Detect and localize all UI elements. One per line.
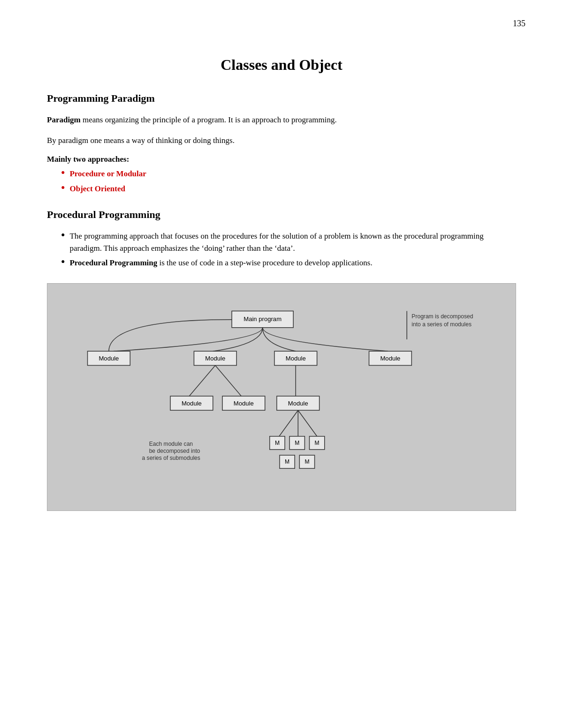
- approach-1-text: Procedure or Modular: [69, 168, 146, 180]
- diagram-svg: Main program Program is decomposed into …: [57, 298, 506, 495]
- line-sub3-to-m3: [298, 410, 317, 436]
- approach-item-1: Procedure or Modular: [61, 168, 516, 180]
- module-1-label: Module: [99, 354, 119, 361]
- line-sub3-to-m1: [279, 410, 298, 436]
- main-program-label: Main program: [243, 315, 282, 323]
- module-4-label: Module: [380, 354, 400, 361]
- paragraph-paradigm-def-rest: means organizing the principle of a prog…: [81, 115, 337, 124]
- procedural-bullet-1: The programming approach that focuses on…: [61, 230, 516, 254]
- m-box-4-label: M: [285, 458, 289, 465]
- line-mod2-to-submod1: [189, 365, 215, 396]
- module-2-label: Module: [205, 354, 225, 361]
- bold-paradigm: Paradigm: [47, 115, 81, 124]
- procedural-bullet-2-text: Procedural Programming is the use of cod…: [69, 257, 372, 269]
- m-box-5-label: M: [304, 458, 309, 465]
- paragraph-paradigm-def: Paradigm means organizing the principle …: [47, 114, 516, 126]
- annotation-bottom-2: be decomposed into: [149, 448, 200, 454]
- annotation-right-1: Program is decomposed: [411, 313, 473, 319]
- line-main-to-mod3: [263, 327, 296, 351]
- diagram-container: Main program Program is decomposed into …: [47, 283, 516, 511]
- approaches-list: Procedure or Modular Object Oriented: [61, 168, 516, 195]
- m-box-2-label: M: [295, 440, 299, 446]
- section-heading-paradigm: Programming Paradigm: [47, 92, 516, 105]
- procedural-bullet-1-text: The programming approach that focuses on…: [69, 230, 516, 254]
- page-title: Classes and Object: [47, 56, 516, 74]
- submodule-1-label: Module: [182, 399, 202, 406]
- approaches-label: Mainly two approaches:: [47, 155, 516, 164]
- approach-item-2: Object Oriented: [61, 183, 516, 195]
- paragraph-paradigm-meaning: By paradigm one means a way of thinking …: [47, 135, 516, 147]
- procedural-bullet-2: Procedural Programming is the use of cod…: [61, 257, 516, 269]
- approach-2-text: Object Oriented: [69, 183, 125, 195]
- page: 135 Classes and Object Programming Parad…: [0, 0, 563, 728]
- page-number: 135: [513, 19, 525, 29]
- m-box-1-label: M: [275, 440, 280, 446]
- annotation-bottom-1: Each module can: [149, 440, 193, 447]
- line-main-to-mod4: [263, 327, 388, 351]
- annotation-bottom-3: a series of submodules: [142, 455, 200, 461]
- procedural-bullets: The programming approach that focuses on…: [61, 230, 516, 269]
- curved-line-left: [109, 319, 232, 351]
- m-box-3-label: M: [315, 440, 320, 446]
- section-heading-procedural: Procedural Programming: [47, 209, 516, 221]
- line-mod2-to-submod2: [215, 365, 241, 396]
- line-main-to-mod1: [114, 327, 263, 351]
- module-3-label: Module: [286, 354, 306, 361]
- annotation-right-2: into a series of modules: [411, 321, 472, 327]
- submodule-2-label: Module: [234, 399, 254, 406]
- line-main-to-mod2: [213, 327, 263, 351]
- submodule-3-label: Module: [288, 399, 308, 406]
